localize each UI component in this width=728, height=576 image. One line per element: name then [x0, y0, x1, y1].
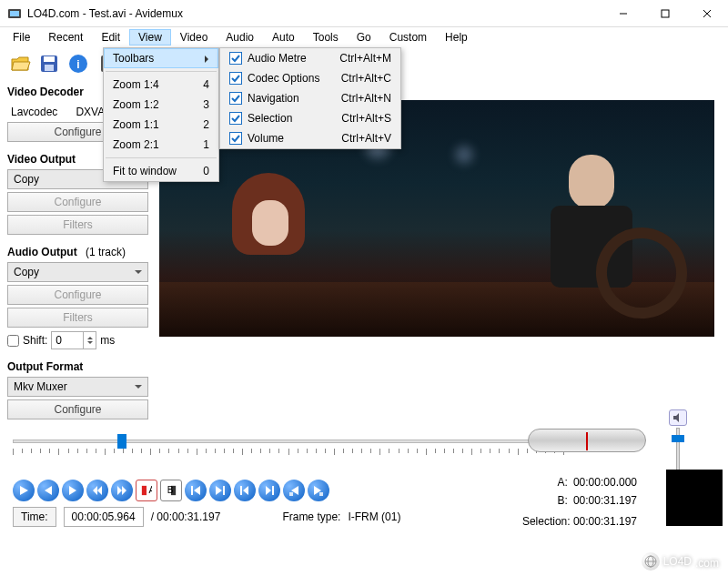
frame-type-label: Frame type:	[282, 510, 340, 523]
forward-button[interactable]	[111, 480, 133, 501]
audio-tracks-count: (1 track)	[86, 246, 126, 258]
toolbars-submenu: Audio MetreCtrl+Alt+M Codec OptionsCtrl+…	[219, 47, 401, 149]
time-value-box[interactable]: 00:00:05.964	[64, 507, 144, 527]
video-output-configure-button[interactable]: Configure	[7, 192, 148, 212]
menu-go[interactable]: Go	[348, 29, 380, 45]
menu-custom[interactable]: Custom	[380, 29, 436, 45]
menu-view[interactable]: View	[129, 29, 171, 45]
menu-auto[interactable]: Auto	[263, 29, 304, 45]
toolbars-audio-metre-item[interactable]: Audio MetreCtrl+Alt+M	[220, 48, 400, 68]
view-fit-item[interactable]: Fit to window0	[104, 161, 218, 181]
audio-output-title: Audio Output (1 track)	[7, 246, 152, 258]
next-black-button[interactable]	[308, 480, 329, 501]
shift-spinner[interactable]: 0	[51, 331, 96, 349]
menu-tools[interactable]: Tools	[304, 29, 348, 45]
decoder-codec: Lavcodec	[11, 106, 57, 118]
view-zoom21-item[interactable]: Zoom 2:11	[104, 135, 218, 155]
duration-label: / 00:00:31.197	[151, 510, 221, 523]
svg-rect-3	[662, 10, 669, 17]
check-icon	[229, 52, 242, 65]
selection-info: Selection: 00:00:31.197	[522, 515, 637, 528]
app-icon	[7, 6, 22, 21]
watermark: LO4D.com	[642, 552, 719, 571]
audio-shift-row: Shift: 0 ms	[7, 331, 152, 349]
check-icon	[229, 132, 242, 145]
next-button[interactable]	[62, 480, 84, 501]
jog-wheel[interactable]	[528, 429, 646, 452]
svg-rect-28	[319, 492, 323, 496]
svg-text:A: A	[149, 485, 152, 495]
svg-rect-8	[45, 65, 54, 71]
toolbars-codec-item[interactable]: Codec OptionsCtrl+Alt+C	[220, 68, 400, 88]
menu-help[interactable]: Help	[436, 29, 477, 45]
menubar: File Recent Edit View Video Audio Auto T…	[0, 27, 728, 47]
frame-type-value: I-FRM (01)	[348, 510, 400, 523]
menu-edit[interactable]: Edit	[92, 29, 129, 45]
b-label: B:	[550, 494, 568, 507]
video-output-filters-button[interactable]: Filters	[7, 215, 148, 235]
svg-text:i: i	[76, 58, 79, 71]
submenu-arrow-icon	[205, 56, 212, 63]
window-title: LO4D.com - Test.avi - Avidemux	[27, 7, 602, 20]
a-label: A:	[550, 476, 568, 489]
time-label-box: Time:	[13, 507, 56, 527]
output-format-combo[interactable]: Mkv Muxer	[7, 377, 148, 397]
a-value: 00:00:00.000	[573, 476, 637, 489]
minimize-button[interactable]	[602, 0, 644, 27]
audio-output-filters-button[interactable]: Filters	[7, 308, 148, 328]
go-end-button[interactable]	[209, 480, 231, 501]
svg-rect-24	[223, 486, 225, 495]
toolbars-selection-item[interactable]: SelectionCtrl+Alt+S	[220, 108, 400, 128]
ab-markers: A:00:00:00.000 B:00:00:31.197	[550, 473, 637, 510]
globe-icon	[642, 552, 660, 571]
svg-rect-27	[289, 492, 293, 496]
selection-label: Selection:	[522, 515, 571, 528]
close-button[interactable]	[686, 0, 728, 27]
titlebar: LO4D.com - Test.avi - Avidemux	[0, 0, 728, 27]
svg-text:B: B	[167, 485, 174, 495]
menu-audio[interactable]: Audio	[217, 29, 263, 45]
prev-black-button[interactable]	[283, 480, 305, 501]
check-icon	[229, 72, 242, 85]
timeline-playhead[interactable]	[117, 434, 126, 449]
output-format-title: Output Format	[7, 360, 152, 373]
open-icon[interactable]	[7, 51, 33, 76]
maximize-button[interactable]	[644, 0, 686, 27]
rewind-button[interactable]	[86, 480, 108, 501]
svg-rect-25	[240, 486, 242, 495]
audio-meter-box	[666, 470, 723, 526]
next-keyframe-button[interactable]	[258, 480, 280, 501]
menu-video[interactable]: Video	[171, 29, 217, 45]
view-zoom12-item[interactable]: Zoom 1:23	[104, 95, 218, 115]
menu-file[interactable]: File	[4, 29, 39, 45]
output-format-configure-button[interactable]: Configure	[7, 399, 148, 419]
svg-rect-7	[44, 56, 55, 62]
view-zoom14-item[interactable]: Zoom 1:44	[104, 75, 218, 95]
view-zoom11-item[interactable]: Zoom 1:12	[104, 115, 218, 135]
prev-keyframe-button[interactable]	[234, 480, 256, 501]
svg-rect-1	[10, 11, 19, 16]
audio-output-configure-button[interactable]: Configure	[7, 285, 148, 305]
save-icon[interactable]	[36, 51, 62, 76]
toolbars-volume-item[interactable]: VolumeCtrl+Alt+V	[220, 128, 400, 148]
set-b-button[interactable]: B	[160, 480, 182, 501]
volume-thumb[interactable]	[672, 435, 684, 442]
toolbars-navigation-item[interactable]: NavigationCtrl+Alt+N	[220, 88, 400, 108]
go-start-button[interactable]	[185, 480, 207, 501]
menu-recent[interactable]: Recent	[39, 29, 92, 45]
play-button[interactable]	[13, 480, 35, 501]
check-icon	[229, 92, 242, 105]
stop-button[interactable]	[37, 480, 59, 501]
audio-output-combo[interactable]: Copy	[7, 262, 148, 282]
speaker-icon[interactable]	[669, 409, 687, 426]
check-icon	[229, 112, 242, 125]
view-toolbars-item[interactable]: Toolbars	[104, 48, 218, 68]
shift-label: Shift:	[23, 334, 47, 347]
selection-value: 00:00:31.197	[573, 515, 637, 528]
shift-unit: ms	[100, 334, 115, 347]
set-a-button[interactable]: A	[136, 480, 157, 501]
svg-rect-26	[272, 486, 274, 495]
window-controls	[602, 0, 728, 27]
info-icon[interactable]: i	[66, 51, 91, 76]
shift-checkbox[interactable]	[7, 335, 19, 347]
